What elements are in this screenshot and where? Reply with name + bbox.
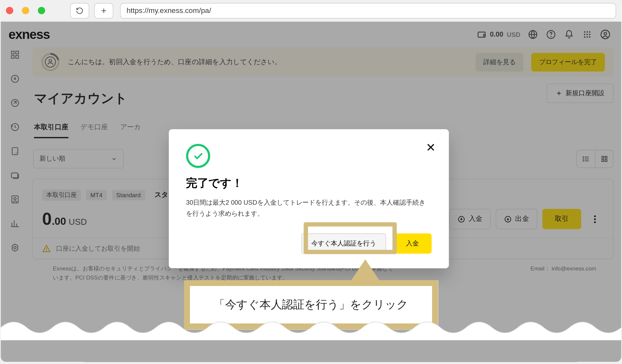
check-circle-icon [186,144,210,168]
browser-chrome: https://my.exness.com/pa/ [1,0,621,22]
modal-body: 30日間は最大2 000 USDを入金してトレードを行えます。その後、本人確認手… [186,197,432,219]
window-max-dot[interactable] [38,7,45,14]
modal-title: 完了です！ [186,176,432,191]
window-min-dot[interactable] [22,7,29,14]
reload-button[interactable] [70,3,89,18]
callout-arrow [350,259,381,283]
address-bar[interactable]: https://my.exness.com/pa/ [120,3,616,18]
instruction-callout: 「今すぐ本人認証を行う」をクリック [184,280,438,330]
close-icon[interactable] [426,142,436,153]
modal-deposit-button[interactable]: 入金 [393,233,432,254]
window-close-dot[interactable] [6,7,13,14]
verify-button-highlight [304,222,397,254]
new-tab-button[interactable] [94,3,113,18]
